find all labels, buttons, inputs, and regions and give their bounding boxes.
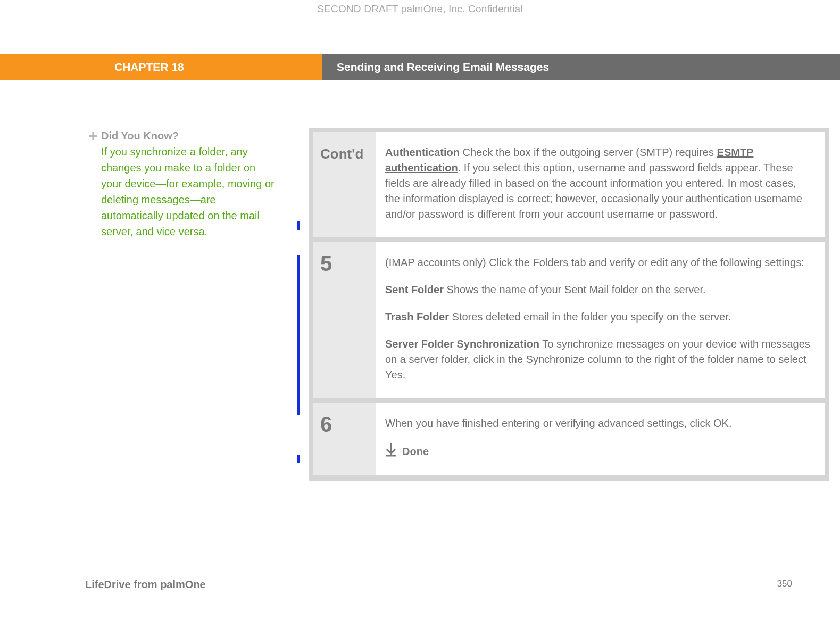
sync-row: Server Folder Synchronization To synchro… (385, 336, 811, 383)
trash-folder-desc: Stores deleted email in the folder you s… (449, 311, 731, 323)
done-label: Done (402, 444, 429, 459)
step-body: Authentication Check the box if the outg… (376, 132, 825, 237)
step-body: (IMAP accounts only) Click the Folders t… (376, 242, 825, 398)
sent-folder-row: Sent Folder Shows the name of your Sent … (385, 282, 811, 298)
done-row: Done (385, 443, 811, 460)
content-area: + Did You Know? If you synchronize a fol… (0, 128, 840, 481)
chapter-bar: CHAPTER 18 Sending and Receiving Email M… (0, 54, 840, 80)
step-body: When you have finished entering or verif… (376, 403, 825, 475)
sidebar-tip: + Did You Know? If you synchronize a fol… (85, 128, 277, 240)
chapter-title: Sending and Receiving Email Messages (322, 54, 840, 80)
step-contd: Cont'd Authentication Check the box if t… (313, 132, 825, 237)
down-arrow-icon (385, 443, 397, 460)
step5-intro: (IMAP accounts only) Click the Folders t… (385, 255, 811, 270)
step6-body: When you have finished entering or verif… (385, 416, 811, 431)
footer-product: LifeDrive from palmOne (85, 579, 206, 591)
auth-paragraph: Authentication Check the box if the outg… (385, 145, 811, 222)
step-6: 6 When you have finished entering or ver… (313, 403, 825, 475)
main-column: Cont'd Authentication Check the box if t… (277, 128, 829, 481)
auth-term: Authentication (385, 146, 460, 158)
trash-folder-term: Trash Folder (385, 311, 449, 323)
sent-folder-desc: Shows the name of your Sent Mail folder … (444, 284, 705, 295)
sidebar: + Did You Know? If you synchronize a fol… (85, 128, 277, 481)
page-number: 350 (777, 579, 792, 591)
plus-icon: + (85, 130, 101, 142)
step-number: 5 (313, 242, 376, 398)
sent-folder-term: Sent Folder (385, 284, 444, 295)
trash-folder-row: Trash Folder Stores deleted email in the… (385, 309, 811, 325)
tip-text: Did You Know? If you synchronize a folde… (101, 128, 277, 240)
steps-container: Cont'd Authentication Check the box if t… (309, 128, 829, 481)
chapter-number: CHAPTER 18 (0, 54, 322, 80)
tip-title: Did You Know? (101, 130, 179, 142)
draft-header: SECOND DRAFT palmOne, Inc. Confidential (0, 0, 840, 17)
footer: LifeDrive from palmOne 350 (85, 572, 792, 591)
step-label: Cont'd (313, 132, 376, 237)
step-number: 6 (313, 403, 376, 475)
auth-pre: Check the box if the outgoing server (SM… (460, 146, 717, 158)
change-bar-icon (297, 221, 300, 230)
change-bar-icon (297, 455, 300, 463)
tip-body: If you synchronize a folder, any changes… (101, 146, 275, 237)
step-5: 5 (IMAP accounts only) Click the Folders… (313, 242, 825, 398)
sync-term: Server Folder Synchronization (385, 338, 539, 350)
page: SECOND DRAFT palmOne, Inc. Confidential … (0, 0, 840, 627)
change-bar-icon (297, 255, 300, 415)
